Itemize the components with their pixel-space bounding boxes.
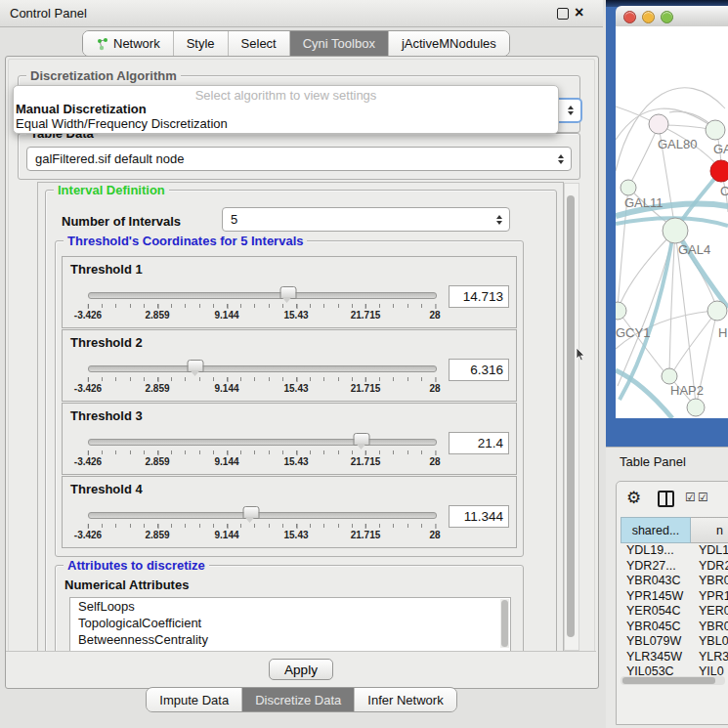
slider-track[interactable] — [88, 365, 437, 372]
scrollbar-thumb[interactable] — [567, 195, 575, 637]
threshold-1-value-field[interactable]: 14.713 — [449, 285, 509, 308]
list-item[interactable]: TopologicalCoefficient — [70, 615, 510, 631]
slider-thumb[interactable] — [279, 286, 296, 299]
list-item[interactable]: BetweennessCentrality — [70, 631, 510, 648]
network-node-selected-red[interactable] — [710, 160, 728, 182]
slider-track[interactable] — [88, 512, 437, 519]
control-panel-titlebar: Control Panel × — [0, 0, 603, 27]
threshold-4-slider[interactable] — [88, 506, 435, 524]
tab-infer-network[interactable]: Infer Network — [354, 688, 455, 711]
network-node-gal4[interactable] — [663, 218, 688, 243]
gear-icon[interactable]: ⚙ — [626, 488, 641, 508]
table-data-combobox[interactable]: galFiltered.sif default node — [26, 147, 572, 171]
cell: YIL053C — [621, 664, 691, 675]
dropdown-option-equal-width-frequency[interactable]: Equal Width/Frequency Discretization — [16, 116, 553, 131]
threshold-2-value-field[interactable]: 6.316 — [449, 359, 509, 381]
panel-vertical-scrollbar[interactable] — [564, 183, 579, 651]
slider-thumb[interactable] — [188, 360, 204, 372]
table-row[interactable]: YPR145WYPR1 — [621, 589, 728, 605]
minimize-traffic-light[interactable] — [642, 11, 655, 23]
threshold-4-value-field[interactable]: 11.344 — [449, 505, 509, 528]
network-window-titlebar — [616, 6, 728, 27]
float-window-button[interactable] — [557, 8, 569, 20]
combo-value: galFiltered.sif default node — [27, 151, 556, 166]
tick-label: -3.426 — [74, 456, 102, 467]
algorithm-dropdown-popup: Select algorithm to view settings Manual… — [13, 85, 559, 134]
checkbox-icon[interactable]: ☑ — [685, 491, 696, 504]
table-row[interactable]: YLR345WYLR3 — [621, 650, 728, 665]
network-node-gcy1[interactable] — [616, 302, 626, 320]
table-row[interactable]: YBL079WYBL0 — [621, 634, 728, 650]
network-node-gal80[interactable] — [649, 114, 668, 134]
column-header-shared[interactable]: shared... — [621, 517, 691, 543]
tab-discretize-data[interactable]: Discretize Data — [241, 688, 354, 711]
dropdown-option-manual-discretization[interactable]: Manual Discretization — [16, 102, 553, 116]
table-panel-titlebar: Table Panel — [606, 447, 728, 476]
tick-label: 15.43 — [283, 383, 308, 394]
network-canvas[interactable]: GAL80 GA C GAL11 GAL4 GCY1 H HAP2 — [616, 26, 728, 418]
zoom-traffic-light[interactable] — [661, 11, 673, 23]
slider-thumb[interactable] — [354, 433, 370, 446]
tick-label: -3.426 — [74, 530, 102, 540]
slider-track[interactable] — [88, 439, 437, 446]
cell: YER0 — [691, 604, 728, 620]
threshold-3-value-field[interactable]: 21.4 — [449, 432, 509, 454]
threshold-2-slider[interactable] — [88, 360, 435, 377]
network-node-bottom[interactable] — [687, 399, 705, 416]
tab-impute-data[interactable]: Impute Data — [147, 688, 241, 711]
threshold-1-panel: Threshold 1 -3.426 2.859 9.144 15.43 21.… — [62, 256, 517, 328]
tick-label: 15.43 — [283, 310, 308, 321]
threshold-1-slider[interactable] — [88, 286, 435, 304]
table-data-group: Table Data galFiltered.sif default node — [18, 133, 580, 180]
tick-label: 28 — [429, 456, 440, 467]
list-item[interactable]: SelfLoops — [70, 598, 510, 615]
node-label-gal11: GAL11 — [624, 195, 664, 210]
threshold-3-slider[interactable] — [88, 433, 435, 450]
close-traffic-light[interactable] — [623, 11, 636, 23]
close-icon[interactable]: × — [575, 3, 583, 22]
network-node-ga[interactable] — [706, 120, 725, 140]
tick-label: -3.426 — [74, 310, 102, 321]
columns-icon[interactable] — [658, 491, 674, 507]
slider-thumb[interactable] — [242, 506, 259, 519]
tick-label: 9.144 — [214, 456, 238, 467]
table-row[interactable]: YBR043CYBR0 — [621, 574, 728, 589]
table-row[interactable]: YER054CYER0 — [621, 604, 728, 620]
node-label-c: C — [720, 184, 728, 198]
scrollbar-thumb[interactable] — [622, 677, 715, 684]
tab-jactivemnodules[interactable]: jActiveMNodules — [388, 31, 509, 56]
thresholds-group: Threshold's Coordinates for 5 Intervals … — [55, 240, 524, 557]
cell: YBR043C — [621, 574, 691, 589]
tab-style[interactable]: Style — [173, 31, 228, 56]
cell: YDR27... — [621, 559, 691, 575]
dropdown-prompt: Select algorithm to view settings — [14, 88, 558, 103]
network-node-h[interactable] — [707, 301, 727, 321]
tab-select[interactable]: Select — [228, 31, 289, 56]
table-row[interactable]: YIL053CYIL0 — [621, 664, 728, 675]
network-node-hap2[interactable] — [662, 368, 677, 384]
table-horizontal-scrollbar[interactable] — [621, 676, 725, 685]
table-row[interactable]: YDR27...YDR2 — [621, 559, 728, 575]
tab-label: Cyni Toolbox — [303, 36, 375, 51]
node-label-gcy1: GCY1 — [616, 325, 650, 340]
apply-bar: Apply — [6, 651, 596, 687]
table-row[interactable]: YDL19...YDL1 — [621, 543, 728, 559]
threshold-label: Threshold 2 — [70, 335, 143, 350]
table-row[interactable]: YBR045CYBR0 — [621, 620, 728, 635]
num-intervals-label: Number of Intervals — [62, 214, 181, 229]
tick-label: 21.715 — [351, 456, 381, 467]
tab-network[interactable]: Network — [83, 31, 173, 56]
slider-track[interactable] — [88, 292, 437, 299]
list-scrollbar[interactable] — [500, 599, 509, 648]
tab-label: Style — [187, 36, 215, 51]
numerical-attributes-label: Numerical Attributes — [64, 578, 189, 592]
num-intervals-combobox[interactable]: 5 — [222, 207, 510, 232]
apply-button[interactable]: Apply — [269, 659, 333, 680]
network-node-gal11[interactable] — [621, 180, 636, 195]
tab-label: Impute Data — [159, 693, 229, 707]
node-label-gal4: GAL4 — [678, 242, 710, 257]
column-header-name[interactable]: n — [691, 517, 728, 543]
tab-cyni-toolbox[interactable]: Cyni Toolbox — [289, 31, 388, 56]
checkbox-icon[interactable]: ☑ — [698, 491, 708, 504]
tab-label: Discretize Data — [255, 693, 341, 707]
